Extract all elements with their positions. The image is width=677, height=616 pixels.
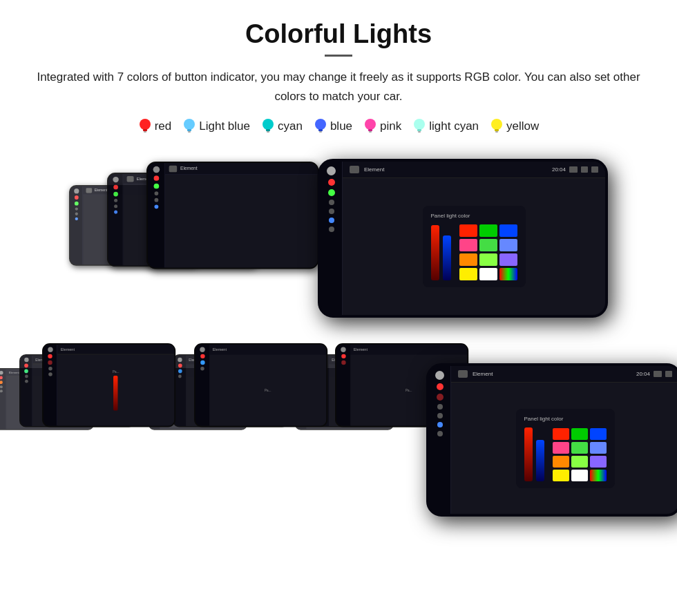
color-label-blue: blue: [330, 119, 352, 133]
color-label-yellow: yellow: [506, 119, 539, 133]
panel-light-label: Panel light color: [431, 213, 517, 219]
color-item-cyan: cyan: [261, 117, 303, 135]
svg-point-18: [491, 119, 502, 130]
svg-point-9: [315, 119, 326, 130]
svg-rect-10: [318, 129, 323, 131]
title-divider: [325, 55, 352, 57]
svg-rect-20: [495, 131, 498, 133]
top-stack-group: Element: [69, 159, 318, 318]
svg-rect-1: [143, 129, 147, 131]
svg-point-0: [140, 119, 151, 130]
bulb-icon-lightblue: [182, 117, 196, 135]
svg-rect-8: [267, 131, 269, 133]
bulb-icon-yellow: [490, 117, 504, 135]
main-device-top: Element 20:04 Panel light color: [318, 159, 608, 318]
color-item-lightblue: Light blue: [182, 117, 250, 135]
svg-point-12: [365, 119, 376, 130]
svg-rect-4: [187, 129, 191, 131]
main-device-bottom: Element 20:04 Panel light color: [426, 363, 677, 517]
svg-rect-14: [369, 131, 372, 133]
description: Integrated with 7 colors of button indic…: [35, 68, 642, 106]
svg-rect-7: [266, 129, 270, 131]
svg-rect-11: [319, 131, 322, 133]
svg-rect-17: [418, 131, 421, 133]
color-item-blue: blue: [314, 117, 352, 135]
color-item-lightcyan: light cyan: [412, 117, 479, 135]
svg-rect-19: [495, 129, 499, 131]
bulb-icon-cyan: [261, 117, 275, 135]
stack-device-3: Element: [146, 162, 319, 269]
color-item-red: red: [138, 117, 172, 135]
color-label-lightblue: Light blue: [199, 119, 250, 133]
bulb-icon-lightcyan: [412, 117, 426, 135]
topbar-label: Element: [364, 166, 384, 173]
color-label-cyan: cyan: [278, 119, 303, 133]
svg-point-3: [184, 119, 195, 130]
svg-rect-13: [368, 129, 372, 131]
color-label-lightcyan: light cyan: [429, 119, 479, 133]
color-label-red: red: [155, 119, 172, 133]
page-title: Colorful Lights: [0, 19, 677, 49]
svg-point-15: [414, 119, 425, 130]
color-indicator-row: red Light blue cyan blue: [0, 117, 677, 135]
top-device-row: Element: [0, 152, 677, 318]
svg-point-6: [263, 119, 274, 130]
svg-rect-2: [144, 131, 146, 133]
bulb-icon-red: [138, 117, 152, 135]
color-item-pink: pink: [363, 117, 401, 135]
color-label-pink: pink: [380, 119, 401, 133]
bottom-device-row: Element Pa...: [0, 330, 677, 517]
bulb-icon-pink: [363, 117, 377, 135]
color-item-yellow: yellow: [490, 117, 539, 135]
svg-rect-16: [417, 129, 421, 131]
bottom-stack-1: Element Pa...: [0, 340, 147, 517]
svg-rect-5: [188, 131, 191, 133]
bulb-icon-blue: [314, 117, 327, 135]
